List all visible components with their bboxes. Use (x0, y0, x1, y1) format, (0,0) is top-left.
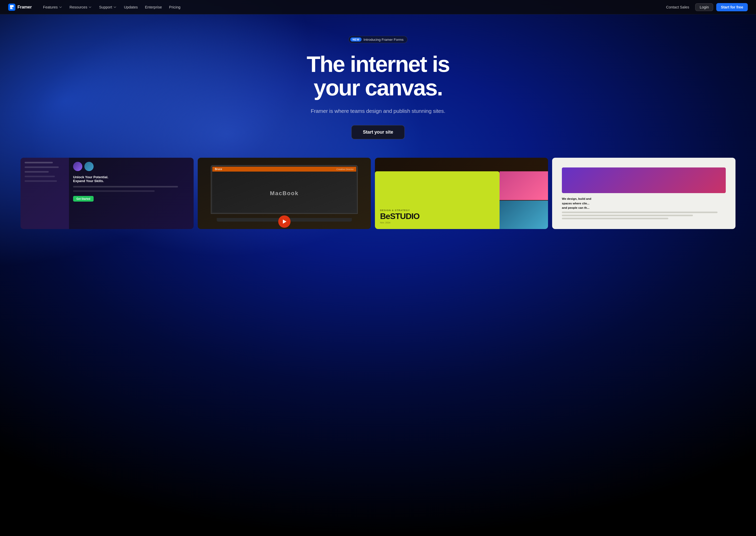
play-icon (283, 219, 286, 224)
showcase-card-article: We design, build andspaces where clie...… (552, 158, 736, 229)
nav-features[interactable]: Features (40, 4, 65, 11)
nav-support[interactable]: Support (96, 4, 120, 11)
nav-links: Features Resources Support Updates (40, 4, 183, 11)
laptop-header-bar: Bruce Creative Director (212, 167, 356, 172)
brand-name: Framer (17, 5, 32, 10)
card-main: Unlock Your Potential.Expand Your Skills… (69, 158, 194, 229)
laptop-subtitle: Creative Director (337, 168, 354, 171)
bestudio-img-2 (500, 201, 548, 229)
bestudio-images (500, 171, 548, 229)
avatar (73, 162, 82, 171)
hero-title-line2: your canvas. (313, 75, 443, 100)
brand-logo[interactable]: Framer (8, 4, 32, 11)
showcase-strip: Unlock Your Potential.Expand Your Skills… (0, 158, 756, 229)
nav-resources[interactable]: Resources (66, 4, 95, 11)
hero-title: The internet is your canvas. (307, 52, 449, 100)
bestudio-card: Design & Strategy BeSTUDIO Nov. 2024 (375, 171, 500, 229)
card-button: Get Started (73, 196, 94, 202)
macbook-label: MacBook (270, 190, 299, 197)
laptop-screen: Bruce Creative Director MacBook (212, 167, 356, 212)
login-button[interactable]: Login (695, 3, 713, 11)
bestudio-img-1 (500, 171, 548, 200)
nav-pricing[interactable]: Pricing (166, 4, 183, 11)
bestudio-date: Nov. 2024 (380, 221, 494, 224)
article-line (562, 215, 693, 216)
article-hero-image (562, 167, 726, 193)
laptop-title-label: Bruce (215, 168, 222, 171)
hero-title-line1: The internet is (307, 51, 449, 77)
contact-sales-button[interactable]: Contact Sales (663, 4, 692, 11)
card-sidebar (20, 158, 69, 229)
sidebar-item (25, 176, 55, 177)
sidebar-item (25, 180, 57, 182)
card-heading: Unlock Your Potential.Expand Your Skills… (73, 175, 189, 183)
nav-enterprise[interactable]: Enterprise (142, 4, 165, 11)
framer-logo-icon (8, 4, 16, 11)
nav-updates[interactable]: Updates (121, 4, 141, 11)
chevron-down-icon (113, 5, 117, 9)
chevron-down-icon (88, 5, 92, 9)
showcase-card-laptop: Bruce Creative Director MacBook (198, 158, 371, 229)
badge-new-label: NEW (350, 37, 361, 42)
announcement-badge[interactable]: NEW Introducing Framer Forms (348, 36, 407, 43)
showcase-card-bestudio: Design & Strategy BeSTUDIO Nov. 2024 (375, 158, 548, 229)
start-your-site-button[interactable]: Start your site (351, 125, 405, 139)
hero-section: NEW Introducing Framer Forms The interne… (0, 0, 756, 536)
laptop-frame: Bruce Creative Director MacBook (211, 165, 358, 214)
nav-right: Contact Sales Login Start for free (663, 3, 748, 11)
showcase-card-dark-ui: Unlock Your Potential.Expand Your Skills… (20, 158, 194, 229)
bestudio-category: Design & Strategy (380, 209, 494, 212)
badge-text: Introducing Framer Forms (364, 38, 404, 42)
chevron-down-icon (59, 5, 62, 9)
article-title: We design, build andspaces where clie...… (562, 197, 726, 210)
navbar: Framer Features Resources Support (0, 0, 756, 15)
article-line (562, 218, 668, 219)
bestudio-title: BeSTUDIO (380, 212, 494, 220)
hero-content: NEW Introducing Framer Forms The interne… (301, 36, 455, 139)
nav-left: Framer Features Resources Support (8, 4, 183, 11)
sidebar-item (25, 162, 53, 163)
article-line (562, 212, 717, 213)
hero-subtitle: Framer is where teams design and publish… (311, 107, 445, 115)
avatar (84, 162, 94, 171)
sidebar-item (25, 171, 49, 173)
sidebar-item (25, 166, 59, 168)
start-for-free-button[interactable]: Start for free (716, 3, 748, 11)
play-button[interactable] (278, 216, 290, 228)
